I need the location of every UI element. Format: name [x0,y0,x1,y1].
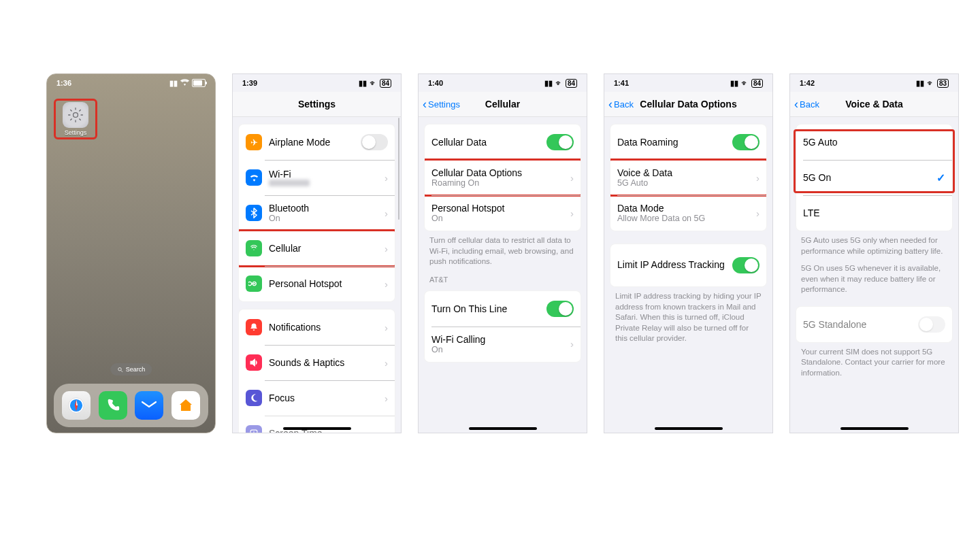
dock-safari-icon[interactable] [62,391,91,420]
row-focus[interactable]: Focus › [239,380,395,416]
status-bar: 1:40 ▮▮ ᯤ 84 [419,74,587,92]
row-sounds-haptics[interactable]: Sounds & Haptics › [239,345,395,380]
wifi-icon: ᯤ [555,79,563,87]
airplane-icon: ✈︎ [246,134,262,150]
row-notifications[interactable]: Notifications › [239,310,395,345]
focus-icon [246,390,262,406]
phone-settings: 1:39 ▮▮ ᯤ 84 Settings ✈︎ Airplane Mode [232,73,402,433]
wifi-network-name [269,180,310,186]
home-indicator[interactable] [469,427,537,430]
cellular-signal-icon: ▮▮ [544,79,553,88]
wifi-icon: ᯤ [927,79,934,87]
5g-standalone-toggle [918,316,945,333]
row-wifi[interactable]: Wi-Fi › [239,160,395,195]
sounds-icon [246,354,262,371]
chevron-left-icon: ‹ [794,98,798,110]
phone-home-screen: 1:36 ▮▮ Settings Search [46,73,216,433]
row-voice-and-data[interactable]: Voice & Data 5G Auto › [610,160,766,195]
cellular-signal-icon: ▮▮ [359,79,367,88]
row-label: Focus [269,393,378,403]
battery-icon [192,79,206,87]
row-airplane-mode[interactable]: ✈︎ Airplane Mode [239,124,395,160]
chevron-right-icon: › [385,172,388,184]
nav-back-label: Back [800,99,819,110]
nav-back[interactable]: ‹Back [794,92,819,116]
row-value: Allow More Data on 5G [617,214,749,223]
status-bar: 1:41 ▮▮ ᯤ 84 [604,74,772,92]
row-value: On [269,214,378,223]
nav-title: Cellular Data Options [640,99,736,110]
row-data-roaming[interactable]: Data Roaming [610,124,766,160]
cellular-data-toggle[interactable] [546,134,574,150]
scrollbar[interactable] [398,118,400,220]
status-bar: 1:39 ▮▮ ᯤ 84 [233,74,401,92]
nav-bar: ‹Settings Cellular [419,92,587,117]
dock [54,384,208,427]
row-5g-on[interactable]: 5G On ✓ [796,160,952,195]
row-lte[interactable]: LTE [796,195,952,231]
chevron-right-icon: › [385,243,388,254]
nav-title: Cellular [485,99,520,110]
hotspot-icon [246,276,262,292]
data-roaming-toggle[interactable] [732,134,760,150]
row-wifi-calling[interactable]: Wi-Fi Calling On › [425,327,581,362]
nav-back[interactable]: ‹Back [608,92,634,116]
dock-home-icon[interactable] [172,391,200,420]
airplane-toggle[interactable] [361,134,388,150]
settings-app-highlight: Settings [54,99,97,139]
row-screen-time[interactable]: Screen Time › [239,416,395,433]
phone-voice-and-data: 1:42 ▮▮ ᯤ 83 ‹Back Voice & Data 5G Auto … [789,73,959,433]
phone-cellular-data-options: 1:41 ▮▮ ᯤ 84 ‹Back Cellular Data Options… [604,73,773,433]
svg-point-0 [74,113,78,118]
limit-ip-toggle[interactable] [732,257,760,273]
dock-mail-icon[interactable] [135,391,163,420]
nav-title: Settings [298,99,336,110]
status-time: 1:36 [56,79,71,87]
bluetooth-icon [246,205,262,221]
screentime-icon [246,425,262,433]
wifi-row-icon [246,169,262,186]
chevron-right-icon: › [756,207,760,219]
section-header-carrier: AT&T [429,276,576,284]
row-label: Personal Hotspot [431,203,564,214]
row-label: Data Mode [617,203,749,214]
chevron-right-icon: › [570,172,574,184]
row-cellular-data-options[interactable]: Cellular Data Options Roaming On › [425,160,581,195]
nav-back-label: Back [614,99,634,110]
battery-level: 84 [751,79,763,88]
line-toggle[interactable] [546,301,574,317]
row-cellular[interactable]: Cellular › [239,231,395,266]
chevron-right-icon: › [385,207,388,219]
row-personal-hotspot[interactable]: Personal Hotspot › [239,266,395,301]
home-search-label: Search [126,366,146,373]
row-label: 5G Auto [803,137,945,148]
footer-5g-on: 5G On uses 5G whenever it is available, … [801,263,947,295]
row-limit-ip-tracking[interactable]: Limit IP Address Tracking [610,244,766,286]
footer-5g-standalone: Your current SIM does not support 5G Sta… [801,347,947,379]
settings-app-icon[interactable] [63,102,88,128]
row-bluetooth[interactable]: Bluetooth On › [239,195,395,231]
nav-back-label: Settings [428,99,460,110]
battery-level: 83 [937,79,949,88]
row-value: Roaming On [431,178,564,188]
row-personal-hotspot[interactable]: Personal Hotspot On › [425,195,581,231]
row-data-mode[interactable]: Data Mode Allow More Data on 5G › [610,195,766,231]
row-5g-auto[interactable]: 5G Auto [796,124,952,160]
home-search-pill[interactable]: Search [110,363,152,375]
home-indicator[interactable] [655,427,723,430]
home-indicator[interactable] [840,427,909,430]
home-indicator[interactable] [283,427,351,430]
nav-back[interactable]: ‹Settings [423,92,460,116]
row-turn-on-this-line[interactable]: Turn On This Line [425,291,581,327]
chevron-right-icon: › [385,393,388,404]
row-label: Airplane Mode [269,137,354,148]
dock-phone-icon[interactable] [99,391,127,420]
status-time: 1:40 [428,79,443,87]
chevron-right-icon: › [385,428,388,434]
row-label: Bluetooth [269,203,378,214]
chevron-right-icon: › [385,278,388,290]
row-label: Limit IP Address Tracking [617,259,725,271]
status-time: 1:39 [242,79,257,87]
status-bar: 1:42 ▮▮ ᯤ 83 [790,74,958,92]
row-cellular-data[interactable]: Cellular Data [425,124,581,160]
